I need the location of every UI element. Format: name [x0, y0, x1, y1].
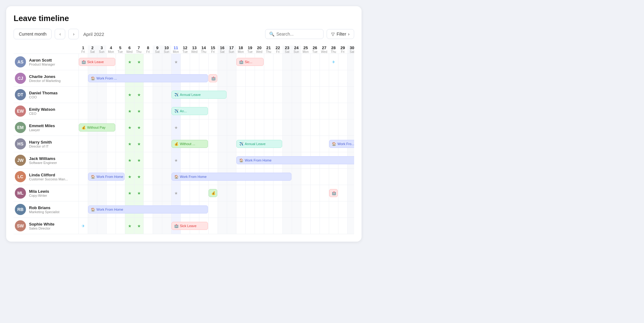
event-label: Sic...	[245, 60, 252, 64]
day-cell-14	[199, 152, 208, 168]
day-cell-19	[245, 185, 255, 201]
day-cell-24	[292, 103, 301, 119]
day-header-3: 3Sun	[97, 45, 106, 54]
day-cell-10	[162, 87, 171, 103]
current-month-button[interactable]: Current month	[14, 29, 52, 39]
event-label: Work From Home	[245, 158, 272, 162]
day-cell-17	[227, 70, 236, 86]
day-header-15: 15Fri	[208, 45, 218, 54]
event-bar[interactable]: ✈️Annual Leave	[236, 140, 282, 148]
event-bar[interactable]: 🏥Sick Leave	[172, 222, 208, 230]
day-cell-17	[227, 54, 236, 70]
day-cell-7: ★	[134, 169, 143, 185]
day-cell-14	[199, 185, 208, 201]
table-row: DTDaniel ThomasCOO★★⬆✈️Annual Leave	[14, 86, 354, 103]
day-cell-30	[347, 103, 354, 119]
day-cell-17	[227, 136, 236, 152]
event-icon: 🏠	[91, 76, 95, 80]
days-area: ★★⬆✈️Annual Leave	[78, 87, 354, 103]
day-cell-18	[236, 185, 245, 201]
day-cell-21	[264, 87, 273, 103]
event-icon: 💰	[82, 126, 86, 130]
day-header-30: 30Sat	[347, 45, 354, 54]
day-cell-23	[282, 201, 292, 217]
day-number: 28	[329, 45, 338, 50]
table-row: JWJack WilliamsSoftware Engineer★★★🏠Work…	[14, 152, 354, 168]
event-bar[interactable]: ✈️Annual Leave	[172, 91, 227, 99]
star-icon: ★	[128, 191, 132, 196]
day-header-7: 7Thu	[134, 45, 143, 54]
person-info: Daniel ThomasCOO	[29, 91, 57, 99]
event-bar[interactable]: 🏠Work From Home	[88, 205, 208, 213]
search-input[interactable]	[276, 32, 320, 37]
day-cell-2	[88, 185, 97, 201]
event-label: Sick Leave	[180, 224, 197, 228]
day-name: Sun	[97, 50, 106, 54]
event-bar[interactable]: 🏥Sic...	[236, 58, 264, 66]
day-cell-3	[97, 185, 106, 201]
day-cell-26	[310, 70, 320, 86]
day-cell-8	[143, 152, 153, 168]
event-bar[interactable]: 💰Without ...	[172, 140, 208, 148]
day-name: Tue	[310, 50, 320, 54]
event-bar[interactable]: 💰	[209, 189, 217, 197]
event-bar[interactable]: 🏥	[209, 74, 217, 82]
day-number: 1	[78, 45, 88, 50]
day-number: 2	[88, 45, 97, 50]
person-name: Mila Lewis	[29, 189, 49, 194]
day-cell-8	[143, 119, 153, 136]
days-area: ★★★🏠Work From Home	[78, 201, 354, 217]
event-bar[interactable]: 🏥Sick Leave	[79, 58, 115, 66]
day-cell-14	[199, 54, 208, 70]
day-cell-22	[273, 119, 282, 136]
event-bar[interactable]: 🏥	[329, 189, 338, 197]
day-name: Mon	[236, 50, 245, 54]
filter-button[interactable]: ▽ Filter ›	[327, 29, 354, 39]
day-cell-2	[88, 103, 97, 119]
day-name: Thu	[264, 50, 273, 54]
avatar: HS	[15, 138, 26, 149]
day-cell-10	[162, 218, 171, 234]
person-info: Jack WilliamsSoftware Engineer	[29, 156, 57, 165]
day-cell-21	[264, 119, 273, 136]
star-icon: ★	[128, 224, 132, 228]
day-name: Wed	[320, 50, 329, 54]
event-icon: 🏥	[174, 224, 179, 228]
event-bar[interactable]: 🏠Work Fro...	[329, 140, 354, 148]
day-name: Tue	[245, 50, 255, 54]
day-cell-7: ★	[134, 54, 143, 70]
event-bar[interactable]: 🏠Work From ...	[88, 74, 208, 82]
day-cell-21	[264, 185, 273, 201]
travel-icon: ✈	[82, 224, 85, 228]
day-cell-7: ★	[134, 136, 143, 152]
day-cell-30	[347, 119, 354, 136]
day-number: 30	[347, 45, 354, 50]
day-cell-1	[78, 169, 88, 185]
day-number: 16	[218, 45, 227, 50]
day-cell-8	[143, 185, 153, 201]
star-icon: ★	[137, 60, 141, 64]
event-bar[interactable]: 💰Without Pay	[79, 123, 115, 131]
prev-month-button[interactable]: ‹	[55, 29, 65, 39]
avatar: EW	[15, 106, 26, 117]
search-box: 🔍	[265, 29, 324, 39]
day-cell-2	[88, 152, 97, 168]
day-cell-17	[227, 152, 236, 168]
day-cell-10	[162, 152, 171, 168]
person-name: Jack Williams	[29, 156, 57, 161]
day-header-23: 23Sat	[282, 45, 292, 54]
day-number: 24	[292, 45, 301, 50]
event-bar[interactable]: 🏠Work From Home	[88, 173, 125, 181]
event-bar[interactable]: 🏠Work From Home	[172, 173, 291, 181]
day-cell-20	[255, 119, 264, 136]
month-label: April 2022	[83, 32, 104, 37]
day-cell-25	[301, 87, 310, 103]
star-icon: ★	[128, 60, 132, 64]
day-header-8: 8Fri	[143, 45, 153, 54]
event-bar[interactable]: 🏠Work From Home	[236, 156, 354, 164]
event-bar[interactable]: ✈️An...	[172, 107, 208, 115]
day-number: 9	[153, 45, 162, 50]
day-cell-30	[347, 218, 354, 234]
next-month-button[interactable]: ›	[68, 29, 79, 39]
avatar: LC	[15, 171, 26, 182]
